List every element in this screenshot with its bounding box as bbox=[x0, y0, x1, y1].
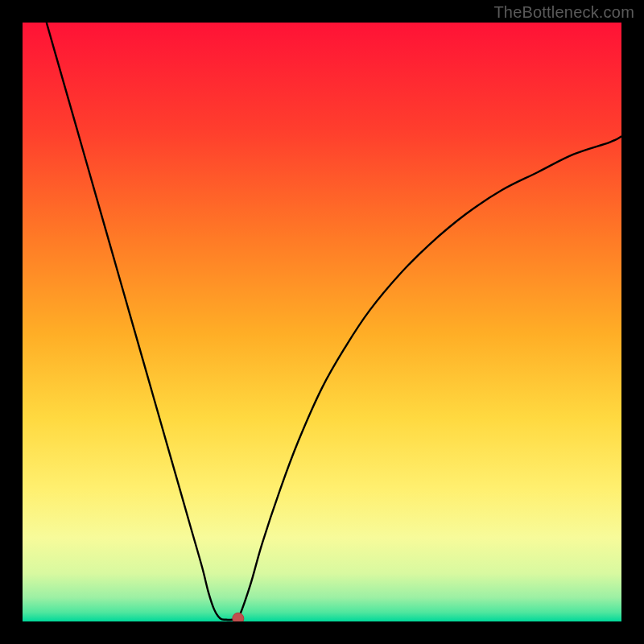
watermark-text: TheBottleneck.com bbox=[493, 3, 634, 22]
plot-area bbox=[23, 23, 621, 621]
plot-svg bbox=[23, 23, 621, 621]
chart-frame: TheBottleneck.com bbox=[0, 0, 644, 644]
gradient-background bbox=[23, 23, 621, 621]
optimum-marker bbox=[233, 613, 244, 621]
